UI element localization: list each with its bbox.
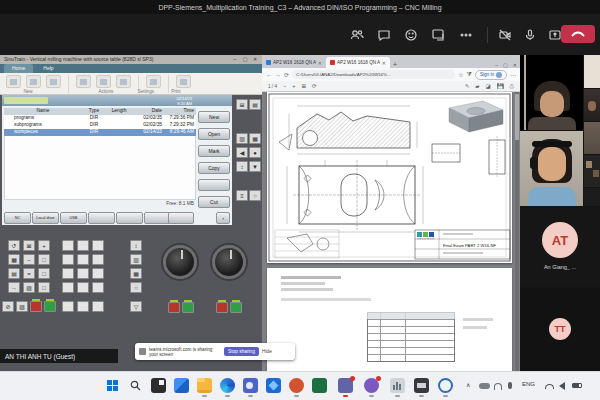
- participant-video-1[interactable]: [520, 55, 583, 130]
- onedrive-cloud-icon[interactable]: [479, 383, 490, 389]
- tab-close-icon[interactable]: ✕: [318, 60, 322, 66]
- pdf-scrollbar[interactable]: [515, 92, 519, 371]
- mcp-key[interactable]: ▤: [8, 268, 20, 279]
- mcp-key[interactable]: [92, 254, 104, 265]
- ribbon-button[interactable]: [6, 75, 21, 88]
- search-button[interactable]: [128, 378, 143, 393]
- mcp-key[interactable]: □: [38, 254, 50, 265]
- print-icon[interactable]: ⎙: [510, 83, 514, 90]
- zoom-out-icon[interactable]: −: [283, 83, 286, 89]
- more-button[interactable]: [457, 26, 475, 44]
- ribbon-button[interactable]: [26, 75, 41, 88]
- ribbon-button[interactable]: [146, 75, 161, 88]
- mcp-key[interactable]: +: [38, 240, 50, 251]
- table-row-selected[interactable]: workpieces DIR 02/14/23 8:29:46 AM: [4, 129, 196, 136]
- mcp-key[interactable]: ↕: [236, 161, 248, 172]
- mcp-key[interactable]: [77, 282, 89, 293]
- bottom-softkey[interactable]: [116, 212, 143, 224]
- wifi-icon[interactable]: [545, 384, 554, 389]
- favorite-star-icon[interactable]: ☆: [458, 71, 463, 78]
- mcp-key[interactable]: [92, 301, 104, 312]
- people-button[interactable]: [348, 26, 366, 44]
- spindle-override-knob[interactable]: [212, 245, 246, 279]
- participant-video-sliver[interactable]: [584, 188, 600, 206]
- mcp-key[interactable]: ○: [249, 190, 261, 201]
- battery-icon[interactable]: [572, 383, 582, 388]
- back-icon[interactable]: ←: [266, 72, 272, 78]
- bottom-softkey-nc[interactable]: NC: [4, 212, 31, 224]
- mcp-key[interactable]: [62, 268, 74, 279]
- volume-icon[interactable]: [559, 382, 565, 390]
- draw-icon[interactable]: ✎: [465, 83, 470, 89]
- mcp-cursor-left-key[interactable]: ◀: [236, 147, 248, 158]
- browser-tab-active[interactable]: AP2 W16 1618 QN A2.pdf ✕: [326, 57, 390, 68]
- mcp-key[interactable]: ⊘: [2, 301, 14, 312]
- file-explorer-icon[interactable]: [197, 378, 212, 393]
- cycle-start-key[interactable]: [230, 302, 242, 313]
- viber-icon[interactable]: [364, 378, 379, 393]
- mcp-key[interactable]: ▽: [130, 301, 142, 312]
- bottom-softkey[interactable]: [144, 212, 171, 224]
- bottom-softkey-usb[interactable]: USB: [60, 212, 87, 224]
- teams-classic-icon[interactable]: [243, 378, 258, 393]
- mcp-key[interactable]: [77, 240, 89, 251]
- mcp-key[interactable]: ▦: [249, 133, 261, 144]
- mcp-key[interactable]: [62, 282, 74, 293]
- taskbar-app-dark[interactable]: [151, 378, 166, 393]
- tab-help[interactable]: Help: [35, 64, 61, 73]
- ribbon-button[interactable]: [176, 75, 191, 88]
- mcp-key[interactable]: ↕: [130, 240, 142, 251]
- breakout-rooms-button[interactable]: [429, 26, 447, 44]
- fit-page-icon[interactable]: ⊞: [301, 83, 306, 89]
- address-input[interactable]: C:/Users/ULIANA2/Downloads/AP2%20W16%...: [292, 70, 455, 79]
- stop-sharing-button[interactable]: Stop sharing: [224, 347, 259, 356]
- softkey-cut[interactable]: Cut: [198, 196, 230, 208]
- erase-icon[interactable]: ◪: [486, 83, 491, 89]
- spindle-stop-key[interactable]: [168, 302, 180, 313]
- photos-icon[interactable]: [266, 378, 281, 393]
- rotate-icon[interactable]: ⟳: [312, 83, 317, 89]
- table-row[interactable]: programs DIR 02/02/35 7:29:36 PM: [4, 115, 196, 122]
- close-icon[interactable]: ✕: [250, 55, 260, 64]
- mcp-key[interactable]: ⊠: [23, 240, 35, 251]
- softkey-blank[interactable]: [198, 179, 230, 191]
- minimize-icon[interactable]: –: [230, 55, 240, 64]
- new-tab-icon[interactable]: +: [393, 61, 397, 68]
- mic-button[interactable]: [521, 26, 539, 44]
- mcp-feed-start-key[interactable]: [44, 301, 56, 312]
- extensions-icon[interactable]: ⧩: [467, 71, 472, 78]
- mcp-key[interactable]: [92, 282, 104, 293]
- mcp-key[interactable]: →: [8, 282, 20, 293]
- mcp-key[interactable]: ○: [130, 282, 142, 293]
- maximize-icon[interactable]: ▢: [240, 55, 250, 64]
- bottom-softkey[interactable]: [88, 212, 115, 224]
- mcp-key[interactable]: [92, 240, 104, 251]
- mcp-key[interactable]: [77, 254, 89, 265]
- mcp-key[interactable]: −: [23, 254, 35, 265]
- mcp-key[interactable]: ▨: [23, 282, 35, 293]
- mcp-key[interactable]: [62, 254, 74, 265]
- reactions-button[interactable]: [402, 26, 420, 44]
- mcp-key[interactable]: ▦: [130, 268, 142, 279]
- mcp-window-key[interactable]: ▤: [249, 99, 261, 110]
- mcp-key[interactable]: [62, 301, 74, 312]
- mcp-key[interactable]: ▥: [130, 254, 142, 265]
- highlight-icon[interactable]: ▰: [475, 83, 479, 89]
- sinutrain-icon[interactable]: [438, 378, 453, 393]
- mcp-key[interactable]: ▨: [16, 301, 28, 312]
- ribbon-button[interactable]: [76, 75, 91, 88]
- softkey-mark[interactable]: Mark: [198, 145, 230, 157]
- headset-tray-icon[interactable]: [494, 383, 502, 390]
- participant-video-sliver[interactable]: [584, 55, 600, 88]
- softkey-more-icon[interactable]: ›: [216, 212, 230, 224]
- mcp-key[interactable]: □: [38, 268, 50, 279]
- participant-video-sliver[interactable]: [584, 155, 600, 187]
- browser-tab[interactable]: AP2 W16 1618 QN A1.pdf ✕: [262, 57, 326, 68]
- participant-video-2[interactable]: [520, 131, 583, 206]
- softkey-copy[interactable]: Copy: [198, 162, 230, 174]
- mcp-key[interactable]: [77, 301, 89, 312]
- ribbon-button[interactable]: [46, 75, 61, 88]
- spindle-start-key[interactable]: [182, 302, 194, 313]
- bottom-softkey[interactable]: [168, 212, 194, 224]
- mcp-feed-stop-key[interactable]: [30, 301, 42, 312]
